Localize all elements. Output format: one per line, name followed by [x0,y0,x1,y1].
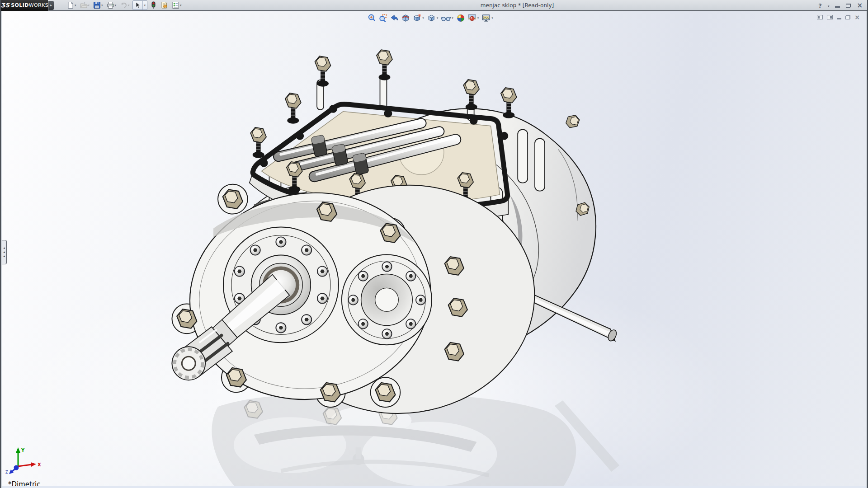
zoom-to-fit-icon [367,14,376,23]
dropdown-arrow-icon[interactable]: ▾ [75,3,76,7]
help-button[interactable]: ? [818,2,822,9]
dropdown-arrow-icon[interactable]: ▾ [101,3,103,7]
rear-flange-bolt [565,114,580,129]
display-style-icon [427,14,436,23]
document-window-controls: × [817,14,860,20]
solidworks-window: ƷS SOLIDWORKS ▸ ▾ ▾ [0,0,868,488]
model-canvas[interactable] [2,11,866,488]
window-controls: ? ▾ × [818,0,863,11]
main-toolbar: ▾ ▾ ▾ [66,0,183,11]
open-document-icon [80,1,88,9]
heads-up-view-toolbar: ▾ ▾ ▾ [367,13,494,23]
dropdown-arrow-icon[interactable]: ▾ [451,16,454,20]
undo-button[interactable]: ▾ [119,0,131,10]
new-document-icon [66,1,74,9]
dropdown-arrow-icon[interactable]: ▾ [128,3,130,7]
collapse-left-pane-button[interactable] [817,15,823,19]
file-properties-button[interactable] [160,0,169,10]
eyeglasses-icon [441,14,451,23]
close-button[interactable]: × [857,2,863,9]
dassault-mark-icon: ƷS [0,2,9,9]
previous-view-icon [390,14,399,23]
file-properties-icon [160,1,168,9]
select-dropdown[interactable]: ▾ [142,1,147,9]
appearance-ball-icon [456,14,465,23]
undo-icon [120,1,127,9]
dropdown-arrow-icon[interactable]: ▾ [477,16,480,20]
expand-right-pane-button[interactable] [827,15,833,19]
help-dropdown-icon[interactable]: ▾ [828,3,830,8]
restore-button[interactable] [846,4,851,8]
hide-show-items-button[interactable]: ▾ [440,13,454,23]
solidworks-logo: ƷS SOLIDWORKS [1,0,48,11]
view-settings-button[interactable]: ▾ [481,13,494,23]
restore-document-button[interactable] [845,15,850,19]
options-button[interactable]: ▾ [171,0,183,10]
status-bar-edge [2,486,866,488]
brand-name: SOLIDWORKS [11,2,48,8]
feature-pane-collapsed-tab[interactable]: ◂ ◂ ◂ [2,240,7,264]
traffic-light-icon [150,1,157,9]
window-title: menjac sklop * [Read-only] [481,0,554,11]
minimize-button[interactable] [835,6,840,8]
zoom-to-area-button[interactable] [378,13,388,23]
apply-scene-icon [467,14,476,23]
apply-scene-button[interactable]: ▾ [467,13,480,23]
save-icon [93,1,101,9]
reference-triad: Y X Z [5,446,42,476]
view-orientation-button[interactable]: ▾ [412,13,425,23]
triad-z-label: Z [5,470,8,474]
dropdown-arrow-icon[interactable]: ▾ [422,16,425,20]
select-button[interactable]: ▾ [132,0,148,10]
view-orientation-icon [412,14,421,23]
zoom-to-area-icon [378,14,387,23]
section-view-button[interactable] [401,13,410,23]
graphics-area[interactable]: ▾ ▾ ▾ [2,11,866,488]
display-style-button[interactable]: ▾ [426,13,439,23]
minimize-document-button[interactable] [837,18,841,19]
view-settings-icon [481,14,491,23]
rebuild-button[interactable] [149,0,158,10]
collapse-arrow-icon: ◂ [3,251,5,254]
collapse-arrow-icon: ◂ [3,247,5,250]
select-cursor-icon [134,2,141,9]
close-document-button[interactable]: × [854,14,860,20]
menu-expand-tab[interactable]: ▸ [48,1,54,10]
open-document-button[interactable]: ▾ [79,0,91,10]
dropdown-arrow-icon[interactable]: ▾ [436,16,439,20]
collapse-arrow-icon: ◂ [3,255,5,258]
print-icon [107,1,114,9]
save-button[interactable]: ▾ [92,0,104,10]
triad-y-label: Y [21,448,25,453]
dropdown-arrow-icon[interactable]: ▾ [88,3,90,7]
right-flange [342,254,432,345]
new-document-button[interactable]: ▾ [66,0,77,10]
triad-x-label: X [38,462,41,467]
section-view-icon [401,14,410,23]
edit-appearance-button[interactable] [456,13,466,23]
dropdown-arrow-icon[interactable]: ▾ [115,3,117,7]
options-icon [172,1,179,9]
title-bar: ƷS SOLIDWORKS ▸ ▾ ▾ [1,0,867,11]
zoom-to-fit-button[interactable] [367,13,377,23]
previous-view-button[interactable] [389,13,399,23]
dropdown-arrow-icon[interactable]: ▾ [180,3,182,7]
print-button[interactable]: ▾ [106,0,118,10]
dropdown-arrow-icon[interactable]: ▾ [491,16,494,20]
